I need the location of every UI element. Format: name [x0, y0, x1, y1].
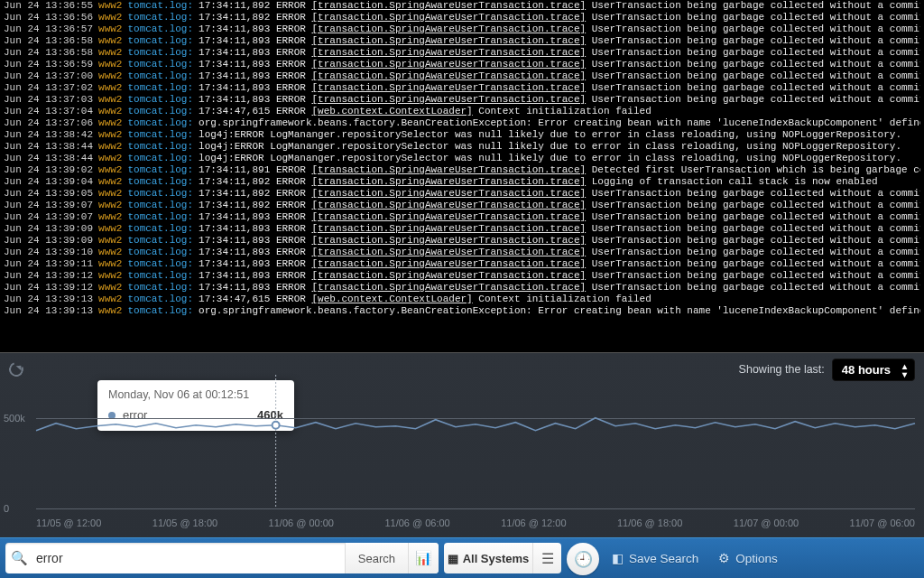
log-source: tomcat.log: [127, 0, 193, 12]
log-line[interactable]: Jun 24 13:38:42www2tomcat.log:log4j:ERRO… [4, 129, 920, 141]
log-timestamp: Jun 24 13:37:03 [4, 94, 93, 106]
search-button[interactable]: Search [345, 543, 408, 573]
log-line[interactable]: Jun 24 13:39:13www2tomcat.log:org.spring… [4, 305, 920, 317]
x-axis-labels: 11/05 @ 12:0011/05 @ 18:0011/06 @ 00:001… [36, 517, 915, 528]
events-chart-panel: Showing the last: 48 hours ▴▾ Monday, No… [0, 352, 924, 537]
search-toolbar: 🔍 Search 📊 ▦ All Systems ☰ 🕘 ◧Save Searc… [0, 537, 924, 578]
log-line[interactable]: Jun 24 13:37:06www2tomcat.log:org.spring… [4, 117, 920, 129]
log-timestamp: Jun 24 13:37:02 [4, 82, 93, 94]
systems-button[interactable]: ▦ All Systems [444, 543, 532, 573]
log-source: tomcat.log: [127, 282, 193, 294]
log-line[interactable]: Jun 24 13:37:04www2tomcat.log:17:34:47,6… [4, 106, 920, 117]
range-label: Showing the last: [739, 363, 825, 376]
gear-icon: ⚙ [718, 551, 730, 565]
log-line[interactable]: Jun 24 13:36:57www2tomcat.log:17:34:11,8… [4, 23, 920, 35]
systems-filter: ▦ All Systems ☰ [444, 543, 561, 573]
log-timestamp: Jun 24 13:39:11 [4, 258, 93, 270]
log-line[interactable]: Jun 24 13:36:56www2tomcat.log:17:34:11,8… [4, 12, 920, 23]
log-line[interactable]: Jun 24 13:37:00www2tomcat.log:17:34:11,8… [4, 70, 920, 82]
systems-menu-button[interactable]: ☰ [532, 543, 561, 573]
log-host: www2 [98, 82, 122, 94]
log-timestamp: Jun 24 13:36:56 [4, 12, 93, 23]
log-message: 17:34:47,615 ERROR [web.context.ContextL… [199, 106, 920, 117]
log-timestamp: Jun 24 13:37:04 [4, 106, 93, 117]
log-source: tomcat.log: [127, 200, 193, 211]
log-message: 17:34:11,893 ERROR [transaction.SpringAw… [199, 35, 920, 47]
log-timestamp: Jun 24 13:39:13 [4, 305, 93, 317]
log-line[interactable]: Jun 24 13:39:05www2tomcat.log:17:34:11,8… [4, 188, 920, 200]
time-picker-button[interactable]: 🕘 [567, 543, 599, 575]
log-host: www2 [98, 258, 122, 270]
log-timestamp: Jun 24 13:36:58 [4, 35, 93, 47]
log-line[interactable]: Jun 24 13:37:03www2tomcat.log:17:34:11,8… [4, 94, 920, 106]
x-tick: 11/05 @ 12:00 [36, 517, 101, 528]
log-output[interactable]: Jun 24 13:36:55www2tomcat.log:17:34:11,8… [0, 0, 924, 352]
systems-label: All Systems [463, 552, 530, 565]
log-host: www2 [98, 247, 122, 258]
time-range-value: 48 hours [842, 363, 891, 377]
log-line[interactable]: Jun 24 13:39:04www2tomcat.log:17:34:11,8… [4, 176, 920, 188]
log-line[interactable]: Jun 24 13:39:07www2tomcat.log:17:34:11,8… [4, 200, 920, 211]
log-host: www2 [98, 188, 122, 200]
log-message: log4j:ERROR LogMananger.repositorySelect… [199, 153, 920, 164]
search-input[interactable] [32, 544, 345, 573]
log-message: log4j:ERROR LogMananger.repositorySelect… [199, 129, 920, 141]
log-line[interactable]: Jun 24 13:38:44www2tomcat.log:log4j:ERRO… [4, 153, 920, 164]
log-host: www2 [98, 129, 122, 141]
log-line[interactable]: Jun 24 13:39:10www2tomcat.log:17:34:11,8… [4, 247, 920, 258]
log-host: www2 [98, 270, 122, 282]
log-source: tomcat.log: [127, 47, 193, 59]
log-line[interactable]: Jun 24 13:37:02www2tomcat.log:17:34:11,8… [4, 82, 920, 94]
log-host: www2 [98, 176, 122, 188]
log-source: tomcat.log: [127, 129, 193, 141]
log-source: tomcat.log: [127, 247, 193, 258]
options-button[interactable]: ⚙Options [718, 551, 778, 565]
log-host: www2 [98, 200, 122, 211]
toggle-chart-button[interactable]: 📊 [408, 543, 439, 573]
log-host: www2 [98, 106, 122, 117]
log-message: org.springframework.beans.factory.BeanCr… [199, 305, 920, 317]
log-line[interactable]: Jun 24 13:39:09www2tomcat.log:17:34:11,8… [4, 235, 920, 247]
log-timestamp: Jun 24 13:39:02 [4, 164, 93, 176]
log-timestamp: Jun 24 13:36:58 [4, 47, 93, 59]
save-search-button[interactable]: ◧Save Search [612, 551, 698, 565]
log-line[interactable]: Jun 24 13:39:09www2tomcat.log:17:34:11,8… [4, 223, 920, 235]
log-line[interactable]: Jun 24 13:36:58www2tomcat.log:17:34:11,8… [4, 47, 920, 59]
log-source: tomcat.log: [127, 106, 193, 117]
chart-plot-area[interactable]: 500k 0 [36, 402, 915, 508]
log-source: tomcat.log: [127, 153, 193, 164]
list-icon: ☰ [541, 550, 554, 567]
log-host: www2 [98, 117, 122, 129]
log-line[interactable]: Jun 24 13:39:11www2tomcat.log:17:34:11,8… [4, 258, 920, 270]
x-tick: 11/05 @ 18:00 [152, 517, 217, 528]
log-line[interactable]: Jun 24 13:39:12www2tomcat.log:17:34:11,8… [4, 270, 920, 282]
grid-icon: ▦ [448, 552, 457, 565]
log-line[interactable]: Jun 24 13:39:02www2tomcat.log:17:34:11,8… [4, 164, 920, 176]
log-message: 17:34:11,893 ERROR [transaction.SpringAw… [199, 211, 920, 223]
log-line[interactable]: Jun 24 13:39:12www2tomcat.log:17:34:11,8… [4, 282, 920, 294]
log-line[interactable]: Jun 24 13:36:59www2tomcat.log:17:34:11,8… [4, 59, 920, 70]
x-tick: 11/06 @ 06:00 [384, 517, 449, 528]
log-timestamp: Jun 24 13:39:10 [4, 247, 93, 258]
x-tick: 11/07 @ 06:00 [850, 517, 915, 528]
log-line[interactable]: Jun 24 13:38:44www2tomcat.log:log4j:ERRO… [4, 141, 920, 153]
log-source: tomcat.log: [127, 176, 193, 188]
log-timestamp: Jun 24 13:39:12 [4, 270, 93, 282]
time-range-select[interactable]: 48 hours ▴▾ [832, 359, 915, 381]
log-timestamp: Jun 24 13:38:44 [4, 141, 93, 153]
log-line[interactable]: Jun 24 13:36:58www2tomcat.log:17:34:11,8… [4, 35, 920, 47]
log-line[interactable]: Jun 24 13:36:55www2tomcat.log:17:34:11,8… [4, 0, 920, 12]
log-host: www2 [98, 23, 122, 35]
log-timestamp: Jun 24 13:39:04 [4, 176, 93, 188]
clock-icon: 🕘 [574, 550, 593, 569]
log-source: tomcat.log: [127, 35, 193, 47]
log-source: tomcat.log: [127, 235, 193, 247]
log-line[interactable]: Jun 24 13:39:07www2tomcat.log:17:34:11,8… [4, 211, 920, 223]
log-host: www2 [98, 235, 122, 247]
log-message: 17:34:11,892 ERROR [transaction.SpringAw… [199, 176, 920, 188]
x-tick: 11/06 @ 00:00 [269, 517, 334, 528]
log-timestamp: Jun 24 13:39:09 [4, 223, 93, 235]
log-line[interactable]: Jun 24 13:39:13www2tomcat.log:17:34:47,6… [4, 294, 920, 305]
log-timestamp: Jun 24 13:36:57 [4, 23, 93, 35]
refresh-icon[interactable] [6, 359, 25, 378]
